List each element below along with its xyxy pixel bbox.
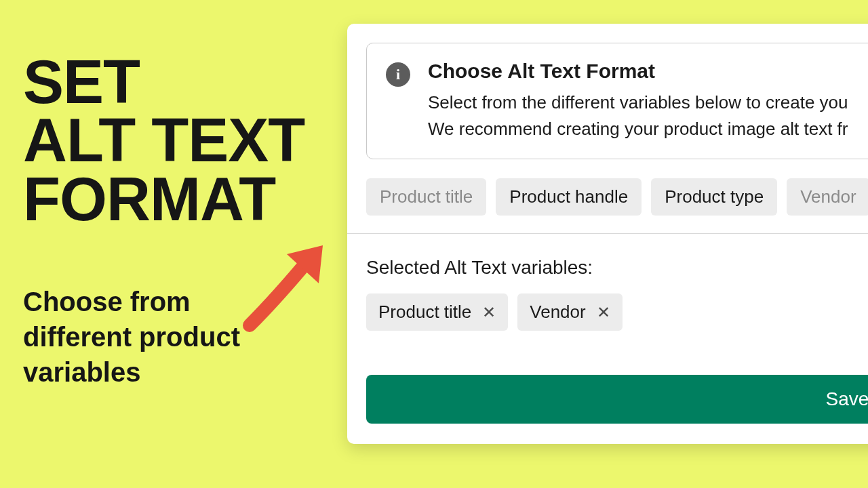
save-button-label: Save & preview (825, 388, 868, 410)
chip-product-handle[interactable]: Product handle (496, 178, 642, 216)
promo-subhead: Choose from different product variables (23, 284, 281, 390)
selected-variables-label: Selected Alt Text variables: (366, 257, 868, 279)
chip-vendor[interactable]: Vendor (787, 178, 868, 216)
info-description-line2: We recommend creating your product image… (428, 116, 848, 142)
info-description-line1: Select from the different variables belo… (428, 89, 848, 116)
info-icon: i (386, 62, 410, 87)
selected-chip-label: Vendor (530, 302, 585, 323)
selected-chip-vendor: Vendor ✕ (517, 293, 622, 331)
variable-chip-row: Product title Product handle Product typ… (366, 178, 868, 216)
save-and-preview-button[interactable]: Save & preview (366, 375, 868, 424)
promo-headline-line2: ALT TEXT (23, 111, 335, 169)
close-icon[interactable]: ✕ (597, 304, 610, 321)
selected-chip-product-title: Product title ✕ (366, 293, 508, 331)
divider (347, 233, 868, 234)
selected-variables-row: Product title ✕ Vendor ✕ (366, 293, 868, 331)
close-icon[interactable]: ✕ (482, 304, 496, 321)
promo-headline-line1: SET (23, 53, 335, 111)
settings-panel: i Choose Alt Text Format Select from the… (347, 24, 868, 444)
chip-product-type[interactable]: Product type (651, 178, 777, 216)
promo-headline-line3: FORMAT (23, 170, 335, 228)
promo-headline: SET ALT TEXT FORMAT (23, 53, 335, 228)
promo-left-column: SET ALT TEXT FORMAT Choose from differen… (23, 53, 335, 390)
info-text: Choose Alt Text Format Select from the d… (428, 60, 848, 142)
chip-product-title[interactable]: Product title (366, 178, 486, 216)
info-banner: i Choose Alt Text Format Select from the… (366, 43, 868, 159)
info-title: Choose Alt Text Format (428, 60, 848, 83)
selected-chip-label: Product title (378, 302, 471, 323)
